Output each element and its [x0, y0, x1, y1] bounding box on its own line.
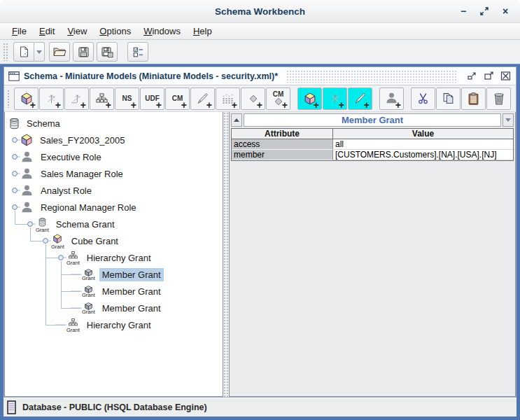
tree-expander-collapsed[interactable] [9, 165, 20, 182]
tree-label[interactable]: Schema [24, 117, 63, 130]
status-text: Database - PUBLIC (HSQL Database Engine) [22, 402, 207, 412]
tree-row[interactable]: Schema [5, 115, 223, 132]
tree-label[interactable]: Regional Manager Role [38, 201, 139, 214]
frame-minimize-button[interactable] [465, 71, 478, 82]
attribute-cell[interactable]: member [232, 150, 333, 160]
open-button[interactable] [49, 42, 70, 62]
tree-label[interactable]: Member Grant [99, 302, 164, 315]
add-calculated-member-property-button[interactable]: CM+ [266, 88, 290, 110]
tree-guide-line [45, 244, 46, 325]
value-column-header[interactable]: Value [333, 129, 513, 139]
tree-row[interactable]: Regional Manager Role [5, 199, 223, 216]
attribute-cell[interactable]: access [232, 139, 333, 150]
window-controls: − × [456, 0, 513, 22]
add-dimension-usage-button[interactable]: + [64, 88, 89, 110]
value-cell[interactable]: [CUSTOMERS.Customers].[NA].[USA].[NJ] [333, 150, 513, 160]
save-as-icon [101, 47, 113, 57]
add-hierarchy-button[interactable]: + [90, 88, 114, 110]
split-content: SchemaSales_FY2003_2005Executive RoleSal… [4, 112, 516, 397]
menu-edit[interactable]: Edit [33, 24, 61, 38]
split-divider[interactable] [223, 112, 229, 397]
tree-label[interactable]: Analyst Role [38, 184, 94, 197]
cut-icon [417, 92, 429, 104]
close-button[interactable]: × [498, 4, 513, 19]
dropdown-caret-icon [36, 50, 42, 54]
new-button-dropdown[interactable] [34, 42, 45, 62]
delete-button[interactable] [486, 88, 511, 110]
frame-maximize-button[interactable] [482, 71, 495, 82]
tree-row[interactable]: GrantMember Grant [5, 283, 223, 300]
frame-minimize-icon [467, 71, 477, 80]
maximize-button[interactable] [477, 4, 492, 19]
schema-toolbar-grip[interactable] [7, 90, 10, 108]
hierarchy-grant-icon: Grant [66, 317, 80, 332]
preferences-button[interactable] [127, 42, 148, 62]
schema-tree-panel: SchemaSales_FY2003_2005Executive RoleSal… [4, 112, 223, 397]
tree-guide-line [30, 241, 43, 241]
add-virtual-cube-button[interactable]: + [297, 88, 322, 110]
attribute-row: member[CUSTOMERS.Customers].[NA].[USA].[… [232, 150, 513, 160]
role-icon [20, 184, 34, 197]
cut-button[interactable] [411, 88, 435, 110]
add-dimension-button[interactable]: + [39, 88, 64, 110]
plus-overlay-icon: + [156, 100, 162, 110]
internal-frame-titlebar[interactable]: Schema - Miniature Models (Miniature Mod… [4, 67, 516, 85]
schema-grant-icon: Grant [36, 216, 49, 232]
plus-overlay-icon: + [364, 100, 370, 110]
toolbar-grip[interactable] [3, 43, 9, 61]
add-role-button[interactable]: + [379, 88, 404, 110]
tree-row[interactable]: Analyst Role [5, 182, 223, 199]
plus-overlay-icon: + [257, 100, 262, 110]
tree-label[interactable]: Schema Grant [53, 218, 118, 231]
tree-expander-collapsed[interactable] [9, 148, 20, 165]
tree-label[interactable]: Hierarchy Grant [84, 251, 154, 265]
tree-label[interactable]: Executive Role [38, 150, 104, 164]
tree-label[interactable]: Cube Grant [69, 234, 121, 248]
tree-label[interactable]: Sales Manager Role [38, 167, 126, 181]
tree-row[interactable]: GrantSchema Grant [5, 216, 223, 232]
add-named-set-button[interactable]: NS+ [115, 88, 139, 110]
menu-view[interactable]: View [61, 24, 93, 38]
plus-overlay-icon: + [106, 100, 111, 110]
tree-label[interactable]: Hierarchy Grant [84, 318, 154, 332]
add-property-button[interactable]: + [241, 88, 265, 110]
grant-badge: Grant [51, 244, 64, 249]
add-level-button[interactable]: + [190, 88, 215, 110]
internal-frame-title: Schema - Miniature Models (Miniature Mod… [24, 71, 278, 81]
save-as-button[interactable] [97, 42, 118, 62]
collapse-editor-button[interactable] [231, 113, 242, 127]
tree-expander-collapsed[interactable] [9, 182, 20, 199]
tree-row[interactable]: GrantHierarchy Grant [5, 249, 223, 266]
add-calculated-member-button[interactable]: CM+ [165, 88, 190, 110]
menu-options[interactable]: Options [93, 24, 137, 38]
new-button[interactable] [13, 42, 34, 62]
add-udf-button[interactable]: UDF+ [140, 88, 164, 110]
tree-row[interactable]: Sales_FY2003_2005 [5, 132, 223, 148]
tree-row[interactable]: GrantMember Grant [5, 300, 223, 316]
window-titlebar[interactable]: Schema Workbench − × [0, 0, 520, 23]
menu-file[interactable]: File [6, 24, 33, 38]
add-virtual-cube-dimension-button[interactable]: + [323, 88, 347, 110]
add-measure-button[interactable]: + [216, 88, 240, 110]
save-icon [78, 47, 89, 57]
menu-windows[interactable]: Windows [137, 24, 187, 38]
tree-row[interactable]: GrantMember Grant [5, 266, 223, 283]
tree-label[interactable]: Sales_FY2003_2005 [37, 134, 127, 147]
add-virtual-cube-measure-button[interactable]: + [348, 88, 372, 110]
tree-label[interactable]: Member Grant [99, 285, 164, 298]
save-button[interactable] [73, 42, 94, 62]
add-cube-button[interactable]: + [14, 88, 38, 110]
frame-close-button[interactable] [499, 71, 512, 82]
minimize-button[interactable]: − [456, 4, 471, 19]
tree-row[interactable]: Executive Role [5, 148, 223, 165]
paste-button[interactable] [461, 88, 486, 110]
menu-help[interactable]: Help [187, 24, 218, 38]
tree-label-selected[interactable]: Member Grant [99, 268, 164, 281]
tree-row[interactable]: Sales Manager Role [5, 165, 223, 182]
expand-editor-button[interactable] [503, 113, 514, 127]
value-cell[interactable]: all [333, 139, 513, 150]
copy-button[interactable] [436, 88, 461, 110]
tree-expander-collapsed[interactable] [9, 132, 20, 148]
tree-row[interactable]: GrantHierarchy Grant [5, 316, 223, 333]
attribute-column-header[interactable]: Attribute [232, 129, 333, 139]
